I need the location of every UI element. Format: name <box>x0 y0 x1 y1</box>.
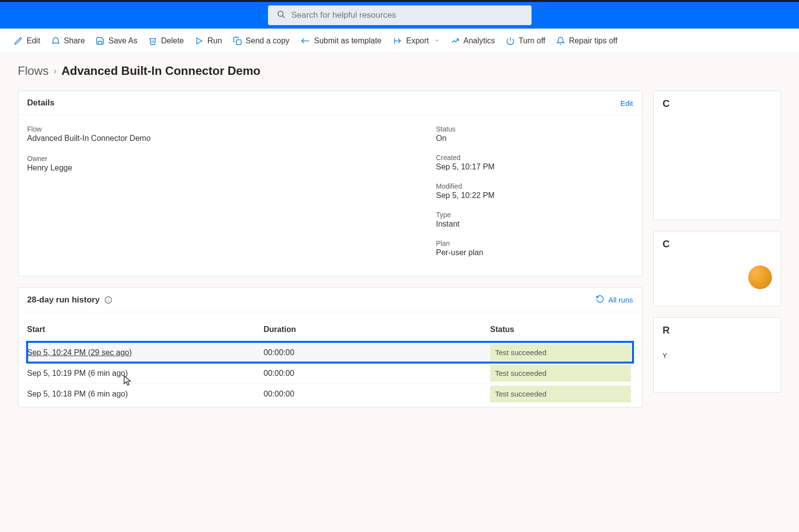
created-label: Created <box>436 154 633 162</box>
side-letter-2: C <box>663 238 669 250</box>
history-header-row: Start Duration Status <box>27 317 633 342</box>
copy-icon <box>233 36 242 45</box>
owner-label: Owner <box>27 155 416 163</box>
breadcrumb-current: Advanced Built-In Connector Demo <box>62 64 261 78</box>
svg-line-1 <box>282 16 285 18</box>
run-start-link[interactable]: Sep 5, 10:19 PM (6 min ago) <box>27 369 128 377</box>
export-icon <box>393 36 402 45</box>
history-row[interactable]: Sep 5, 10:24 PM (29 sec ago)00:00:00Test… <box>27 342 633 363</box>
status-label: Status <box>436 125 633 133</box>
details-card: Details Edit Flow Advanced Built-In Conn… <box>18 91 642 276</box>
run-duration: 00:00:00 <box>264 369 490 378</box>
submit-template-button[interactable]: Submit as template <box>300 36 382 45</box>
flow-value: Advanced Built-In Connector Demo <box>27 134 416 143</box>
pencil-icon <box>14 36 23 45</box>
status-value: On <box>436 134 633 143</box>
analytics-button[interactable]: Analytics <box>451 36 495 45</box>
side-card-1: C <box>653 91 781 220</box>
svg-point-0 <box>278 11 283 17</box>
save-as-button[interactable]: Save As <box>96 36 137 45</box>
run-button[interactable]: Run <box>195 36 222 45</box>
avatar <box>748 266 772 289</box>
modified-label: Modified <box>436 182 633 190</box>
page-content: Flows › Advanced Built-In Connector Demo… <box>0 53 799 418</box>
side-card-3: R Y <box>653 317 781 393</box>
col-start: Start <box>27 325 264 334</box>
history-title: 28-day run history <box>27 295 100 305</box>
power-icon <box>506 36 515 45</box>
all-runs-link[interactable]: All runs <box>596 295 633 305</box>
toolbar: Edit Share Save As Delete Run Send a cop… <box>0 29 799 53</box>
edit-label: Edit <box>27 36 40 45</box>
svg-rect-3 <box>236 39 241 44</box>
top-bar <box>0 0 799 29</box>
export-button[interactable]: Export <box>393 36 440 45</box>
analytics-icon <box>451 36 460 45</box>
info-icon[interactable] <box>104 296 112 304</box>
analytics-label: Analytics <box>464 36 495 45</box>
col-status: Status <box>490 325 633 334</box>
delete-label: Delete <box>161 36 184 45</box>
send-copy-button[interactable]: Send a copy <box>233 36 290 45</box>
play-icon <box>195 36 203 45</box>
run-status: Test succeeded <box>490 386 631 402</box>
svg-marker-2 <box>197 38 202 44</box>
save-as-label: Save As <box>108 36 137 45</box>
modified-value: Sep 5, 10:22 PM <box>436 191 633 200</box>
share-button[interactable]: Share <box>51 36 85 45</box>
export-label: Export <box>406 36 429 45</box>
type-label: Type <box>436 211 633 219</box>
search-icon <box>277 10 286 21</box>
delete-button[interactable]: Delete <box>148 36 184 45</box>
run-start-link[interactable]: Sep 5, 10:18 PM (6 min ago) <box>27 390 128 398</box>
side-letter-3: R <box>663 325 669 336</box>
created-value: Sep 5, 10:17 PM <box>436 163 633 171</box>
share-icon <box>51 36 60 45</box>
run-history-card: 28-day run history All runs Star <box>18 287 642 407</box>
edit-button[interactable]: Edit <box>14 36 40 45</box>
side-letter-1: C <box>663 98 669 109</box>
col-duration: Duration <box>264 325 490 334</box>
owner-value: Henry Legge <box>27 164 416 172</box>
submit-template-label: Submit as template <box>314 36 382 45</box>
history-row[interactable]: Sep 5, 10:19 PM (6 min ago)00:00:00Test … <box>27 363 633 383</box>
breadcrumb-sep: › <box>54 66 57 76</box>
breadcrumb-root[interactable]: Flows <box>18 64 49 78</box>
search-container <box>268 5 532 25</box>
save-icon <box>96 36 104 45</box>
repair-tips-button[interactable]: Repair tips off <box>556 36 617 45</box>
turn-off-label: Turn off <box>519 36 545 45</box>
plan-value: Per-user plan <box>436 248 633 257</box>
submit-icon <box>300 36 310 45</box>
bell-icon <box>556 36 565 45</box>
side-card-2: C <box>653 231 781 306</box>
run-status: Test succeeded <box>490 344 631 361</box>
details-title: Details <box>27 98 55 108</box>
trash-icon <box>148 36 157 45</box>
refresh-icon <box>596 295 604 305</box>
search-input[interactable] <box>268 5 532 25</box>
plan-label: Plan <box>436 239 633 247</box>
run-duration: 00:00:00 <box>264 390 490 399</box>
run-duration: 00:00:00 <box>264 348 490 357</box>
type-value: Instant <box>436 220 633 229</box>
flow-label: Flow <box>27 125 416 133</box>
turn-off-button[interactable]: Turn off <box>506 36 545 45</box>
chevron-down-icon <box>434 36 440 45</box>
run-start-link[interactable]: Sep 5, 10:24 PM (29 sec ago) <box>27 348 132 357</box>
send-copy-label: Send a copy <box>246 36 290 45</box>
share-label: Share <box>64 36 85 45</box>
run-label: Run <box>207 36 222 45</box>
run-status: Test succeeded <box>490 365 631 382</box>
details-edit-action[interactable]: Edit <box>620 99 633 107</box>
breadcrumb: Flows › Advanced Built-In Connector Demo <box>18 64 781 78</box>
repair-tips-label: Repair tips off <box>569 36 617 45</box>
history-row[interactable]: Sep 5, 10:18 PM (6 min ago)00:00:00Test … <box>27 383 633 404</box>
side-sub-3: Y <box>663 352 667 360</box>
all-runs-label: All runs <box>608 296 633 304</box>
